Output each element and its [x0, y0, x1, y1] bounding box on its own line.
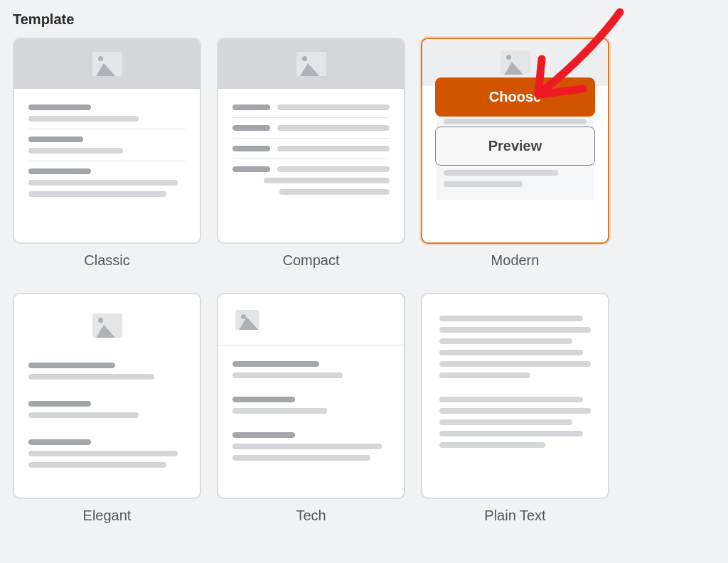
- template-grid: Classic: [13, 38, 609, 524]
- text-line: [277, 104, 390, 110]
- text-line: [28, 191, 166, 197]
- template-card-modern[interactable]: Choose Preview: [421, 38, 609, 244]
- template-card-elegant[interactable]: [13, 293, 201, 499]
- template-cell-classic: Classic: [13, 38, 201, 269]
- text-row: [232, 166, 390, 172]
- text-line: [28, 148, 123, 154]
- preview-button[interactable]: Preview: [435, 127, 595, 166]
- text-line: [28, 374, 154, 380]
- text-line: [232, 397, 295, 402]
- divider: [232, 117, 390, 118]
- text-line: [232, 408, 327, 414]
- text-line: [439, 327, 591, 333]
- text-line: [439, 361, 591, 367]
- text-line: [444, 170, 558, 176]
- text-line: [232, 455, 370, 461]
- template-cell-elegant: Elegant: [13, 293, 201, 524]
- text-line: [439, 419, 572, 425]
- text-line: [28, 180, 178, 186]
- text-line: [277, 125, 390, 131]
- text-line: [279, 189, 390, 195]
- text-line: [444, 181, 523, 187]
- choose-button[interactable]: Choose: [435, 77, 595, 117]
- text-line: [28, 116, 139, 122]
- text-line: [439, 397, 583, 402]
- thumb-header: [14, 39, 200, 89]
- image-icon: [296, 52, 326, 76]
- template-label-compact: Compact: [282, 252, 339, 269]
- template-card-plaintext[interactable]: [421, 293, 609, 499]
- divider: [28, 161, 186, 161]
- thumb-body: [422, 294, 608, 469]
- text-line: [439, 442, 545, 448]
- template-label-tech: Tech: [296, 508, 326, 524]
- text-line: [28, 363, 115, 368]
- divider: [232, 159, 390, 159]
- template-label-elegant: Elegant: [83, 508, 132, 524]
- text-line: [232, 104, 270, 110]
- text-line: [439, 350, 583, 355]
- image-icon: [500, 50, 530, 75]
- text-line: [277, 146, 390, 151]
- text-line: [232, 146, 270, 151]
- template-cell-modern: Choose Preview Modern: [421, 38, 609, 269]
- image-icon: [92, 52, 122, 76]
- text-line: [277, 166, 390, 172]
- text-line: [439, 372, 530, 378]
- text-line: [439, 316, 583, 321]
- text-line: [232, 125, 270, 131]
- thumb-header: [14, 294, 200, 357]
- thumb-body: [218, 89, 404, 210]
- text-line: [439, 431, 583, 436]
- template-card-compact[interactable]: [217, 38, 405, 244]
- text-line: [28, 168, 91, 174]
- text-row: [232, 146, 390, 151]
- text-line: [28, 451, 178, 456]
- text-line: [28, 462, 166, 468]
- text-line: [232, 166, 270, 172]
- thumb-body: [218, 345, 404, 476]
- text-line: [232, 372, 343, 378]
- text-line: [439, 408, 591, 414]
- text-line: [232, 361, 319, 367]
- section-title: Template: [13, 11, 715, 28]
- template-cell-plaintext: Plain Text: [421, 293, 609, 524]
- text-line: [28, 412, 139, 418]
- template-card-classic[interactable]: [13, 38, 201, 244]
- text-line: [264, 178, 390, 183]
- text-line: [28, 401, 91, 407]
- divider: [232, 138, 390, 139]
- image-icon: [92, 313, 122, 338]
- thumb-body: [14, 363, 200, 483]
- template-label-plaintext: Plain Text: [484, 508, 545, 524]
- template-label-classic: Classic: [84, 252, 129, 269]
- text-line: [232, 432, 295, 438]
- text-line: [28, 104, 91, 110]
- template-card-tech[interactable]: [217, 293, 405, 499]
- template-cell-tech: Tech: [217, 293, 405, 524]
- text-line: [439, 338, 572, 344]
- text-row: [232, 125, 390, 131]
- thumb-header: [218, 39, 404, 89]
- text-line: [28, 439, 91, 445]
- thumb-body: [14, 89, 200, 213]
- image-icon: [235, 310, 259, 330]
- card-action-overlay: Choose Preview: [422, 77, 608, 166]
- divider: [28, 129, 186, 129]
- text-line: [232, 444, 382, 449]
- text-row: [232, 104, 390, 110]
- thumb-header: [218, 294, 404, 345]
- text-line: [28, 136, 83, 142]
- template-label-modern: Modern: [491, 252, 540, 269]
- template-cell-compact: Compact: [217, 38, 405, 269]
